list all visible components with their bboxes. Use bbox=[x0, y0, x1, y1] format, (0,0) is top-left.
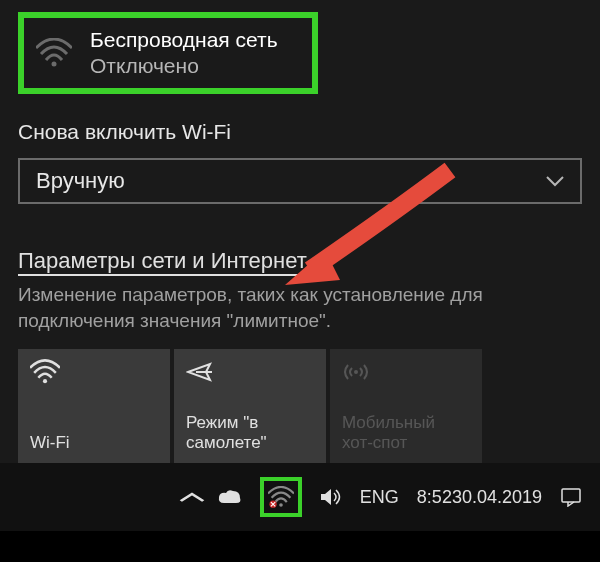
svg-point-0 bbox=[52, 62, 57, 67]
chevron-down-icon bbox=[546, 171, 564, 192]
speaker-icon[interactable] bbox=[320, 487, 342, 507]
wifi-icon bbox=[36, 38, 72, 68]
airplane-icon bbox=[186, 359, 314, 387]
notification-icon[interactable] bbox=[560, 487, 582, 507]
tray-date: 30.04.2019 bbox=[452, 486, 542, 509]
tray-wifi-icon[interactable] bbox=[260, 477, 302, 517]
svg-point-2 bbox=[354, 370, 358, 374]
tray-time: 8:52 bbox=[417, 486, 452, 509]
dropdown-value: Вручную bbox=[36, 168, 125, 194]
airplane-mode-tile[interactable]: Режим "в самолете" bbox=[174, 349, 326, 463]
wifi-icon bbox=[30, 359, 158, 387]
reenable-dropdown[interactable]: Вручную bbox=[18, 158, 582, 204]
taskbar: ENG 8:52 30.04.2019 bbox=[0, 463, 600, 531]
onedrive-cloud-icon[interactable] bbox=[218, 489, 242, 505]
tray-overflow-chevron[interactable] bbox=[179, 492, 205, 502]
svg-rect-5 bbox=[562, 489, 580, 502]
hotspot-icon bbox=[342, 359, 470, 387]
tile-label: Режим "в самолете" bbox=[186, 413, 314, 454]
tray-clock[interactable]: 8:52 30.04.2019 bbox=[417, 486, 542, 509]
wifi-status: Отключено bbox=[90, 54, 278, 78]
svg-point-3 bbox=[279, 503, 283, 507]
tray-language[interactable]: ENG bbox=[360, 487, 399, 508]
quick-action-tiles: Wi-Fi Режим "в самолете" Мобильный хот-с… bbox=[18, 349, 582, 463]
hotspot-tile: Мобильный хот-спот bbox=[330, 349, 482, 463]
network-settings-desc: Изменение параметров, таких как установл… bbox=[18, 282, 582, 333]
svg-point-1 bbox=[43, 379, 47, 383]
network-settings-link[interactable]: Параметры сети и Интернет bbox=[18, 248, 307, 274]
wifi-tile[interactable]: Wi-Fi bbox=[18, 349, 170, 463]
tile-label: Мобильный хот-спот bbox=[342, 413, 470, 454]
wifi-name: Беспроводная сеть bbox=[90, 28, 278, 52]
wifi-text-block: Беспроводная сеть Отключено bbox=[90, 28, 278, 78]
reenable-title: Снова включить Wi-Fi bbox=[18, 120, 582, 144]
wifi-network-card[interactable]: Беспроводная сеть Отключено bbox=[18, 12, 318, 94]
tile-label: Wi-Fi bbox=[30, 433, 158, 453]
